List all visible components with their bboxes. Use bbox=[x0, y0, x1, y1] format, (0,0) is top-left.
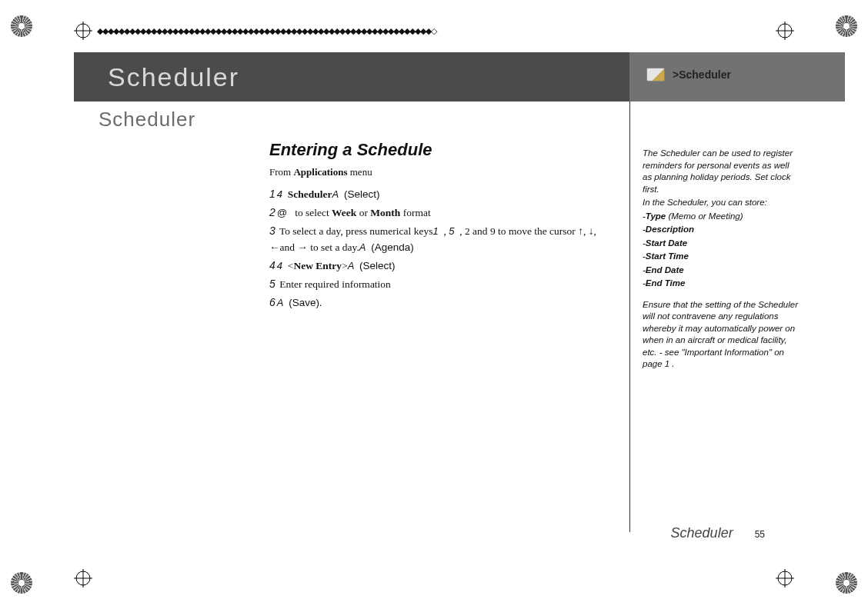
step-text: format bbox=[400, 207, 430, 218]
page-title: Scheduler bbox=[108, 62, 239, 92]
side-paragraph-3: Ensure that the setting of the Scheduler… bbox=[643, 299, 800, 371]
step-number: 6 bbox=[269, 296, 275, 308]
registration-mark bbox=[74, 22, 92, 40]
step-number: 1 bbox=[269, 188, 275, 200]
softkey-label: (Select) bbox=[344, 188, 380, 200]
registration-mark bbox=[776, 569, 794, 587]
nav-key: 4 bbox=[277, 188, 282, 200]
step-list: 14 SchedulerA (Select) 2@ to select Week… bbox=[269, 186, 608, 311]
side-paragraph-1: The Scheduler can be used to register re… bbox=[643, 148, 800, 195]
side-field-end-date: -End Date bbox=[643, 265, 800, 277]
step-2: 2@ to select Week or Month format bbox=[269, 205, 608, 221]
registration-mark bbox=[776, 22, 794, 40]
from-menu-name: Applications bbox=[293, 166, 347, 178]
field-start-date-label: Start Date bbox=[646, 238, 687, 248]
step-text: or bbox=[356, 207, 370, 218]
field-end-time-label: End Time bbox=[646, 278, 686, 288]
nav-key: 4 bbox=[277, 260, 282, 271]
option-week: Week bbox=[332, 207, 356, 218]
entering-schedule-heading: Entering a Schedule bbox=[269, 140, 608, 160]
side-field-start-date: -Start Date bbox=[643, 238, 800, 250]
side-field-end-time: -End Time bbox=[643, 278, 800, 290]
breadcrumb-text: Scheduler bbox=[679, 68, 731, 81]
side-paragraph-2: In the Scheduler, you can store: bbox=[643, 197, 800, 209]
main-content: Entering a Schedule From Applications me… bbox=[269, 140, 608, 312]
step-number: 2 bbox=[269, 206, 275, 218]
field-description-label: Description bbox=[646, 225, 694, 234]
soft-key: A bbox=[277, 297, 284, 308]
side-field-type: -Type (Memo or Meeting) bbox=[643, 211, 800, 223]
soft-key: A bbox=[332, 188, 339, 200]
side-field-start-time: -Start Time bbox=[643, 251, 800, 263]
print-mark-top-left bbox=[11, 15, 32, 37]
step-1: 14 SchedulerA (Select) bbox=[269, 186, 608, 203]
page-footer: Scheduler 55 bbox=[671, 525, 765, 541]
sim-card-icon bbox=[646, 68, 665, 82]
nav-key: @ bbox=[277, 207, 287, 218]
vertical-divider bbox=[629, 102, 630, 532]
softkey-label: (Save) bbox=[289, 297, 319, 308]
field-start-time-label: Start Time bbox=[646, 251, 689, 261]
field-type-suffix: (Memo or Meeting) bbox=[666, 211, 743, 221]
from-prefix: From bbox=[269, 166, 293, 178]
field-type-label: Type bbox=[646, 211, 666, 221]
print-mark-bottom-right bbox=[836, 572, 857, 594]
step-3: 3 To select a day, press numerical keys1… bbox=[269, 223, 608, 256]
numeric-key: 5 bbox=[449, 225, 454, 237]
from-applications-line: From Applications menu bbox=[269, 166, 608, 178]
side-field-description: -Description bbox=[643, 224, 800, 236]
soft-key: A bbox=[348, 260, 355, 271]
breadcrumb: > Scheduler bbox=[646, 68, 731, 82]
breadcrumb-prefix: > bbox=[673, 68, 679, 81]
step-text: . bbox=[319, 297, 322, 308]
section-subtitle: Scheduler bbox=[98, 108, 195, 131]
step-5: 5 Enter required information bbox=[269, 276, 608, 293]
step-number: 5 bbox=[269, 278, 275, 290]
from-suffix: menu bbox=[348, 166, 372, 178]
softkey-label: (Select) bbox=[359, 260, 396, 271]
step-6: 6A (Save). bbox=[269, 295, 608, 311]
step-number: 4 bbox=[269, 259, 275, 271]
step-4: 44 <New Entry>A (Select) bbox=[269, 258, 608, 275]
bracket: > bbox=[342, 260, 348, 271]
field-end-date-label: End Date bbox=[646, 265, 684, 275]
menu-item-scheduler: Scheduler bbox=[288, 188, 332, 200]
decorative-diamond-row: ◆◆◆◆◆◆◆◆◆◆◆◆◆◆◆◆◆◆◆◆◆◆◆◆◆◆◆◆◆◆◆◆◆◆◆◆◆◆◆◆… bbox=[97, 26, 436, 36]
print-mark-bottom-left bbox=[11, 572, 32, 594]
side-note: The Scheduler can be used to register re… bbox=[643, 148, 800, 372]
menu-item-new-entry: New Entry bbox=[293, 260, 342, 271]
footer-page-number: 55 bbox=[755, 529, 765, 540]
step-text: To select a day, press numerical keys bbox=[277, 225, 433, 237]
numeric-key: 1 bbox=[432, 225, 438, 237]
soft-key: A bbox=[359, 241, 366, 253]
step-number: 3 bbox=[269, 225, 275, 237]
print-mark-top-right bbox=[836, 15, 857, 37]
header-dark-section: Scheduler bbox=[74, 52, 629, 102]
registration-mark bbox=[74, 569, 92, 587]
option-month: Month bbox=[370, 207, 400, 218]
softkey-label: (Agenda) bbox=[371, 241, 414, 253]
step-text: Enter required information bbox=[277, 278, 391, 290]
step-text: to select bbox=[292, 207, 332, 218]
footer-title: Scheduler bbox=[671, 525, 733, 541]
